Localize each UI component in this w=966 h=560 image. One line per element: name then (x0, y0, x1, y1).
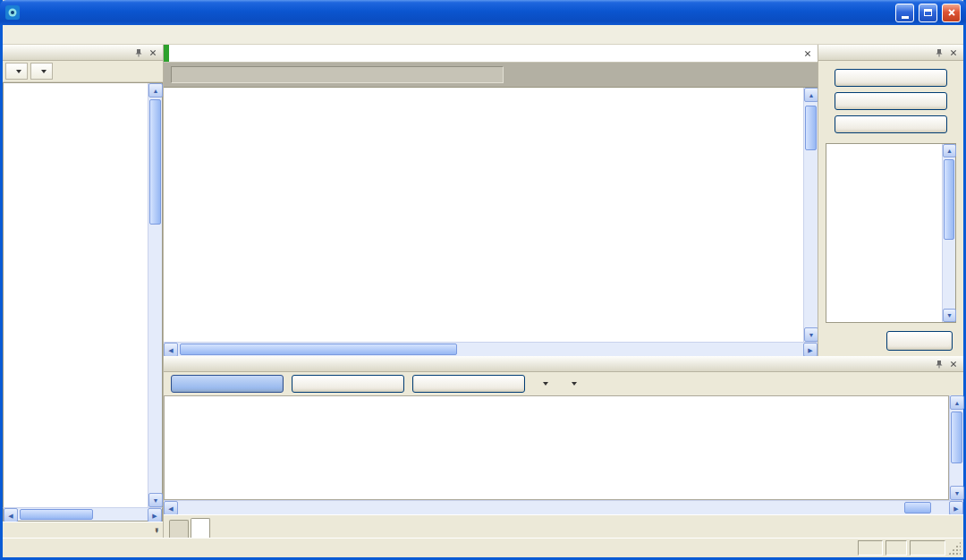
restore-default-button[interactable] (835, 69, 947, 87)
title-bar (0, 0, 966, 25)
pin-icon[interactable] (132, 47, 145, 59)
scroll-thumb[interactable] (904, 502, 931, 513)
group-by-bar[interactable] (164, 63, 818, 88)
scroll-up-button[interactable]: ▲ (148, 83, 163, 98)
scroll-thumb[interactable] (149, 99, 161, 225)
scroll-up-button[interactable]: ▲ (804, 88, 818, 102)
scroll-up-button[interactable]: ▲ (950, 395, 964, 410)
zoom-out-button[interactable] (412, 375, 525, 393)
green-status-stripe (164, 45, 169, 62)
database-tree-wrap: ▲ ▼ (3, 82, 163, 507)
timeline-toolbar (164, 372, 963, 395)
status-text (5, 540, 855, 556)
scroll-up-button[interactable]: ▲ (943, 144, 956, 157)
group-by-hint (171, 66, 504, 83)
grid-horizontal-scrollbar[interactable]: ◀ ▶ (164, 342, 818, 356)
tree-horizontal-scrollbar[interactable]: ◀ ▶ (3, 507, 163, 522)
scroll-track[interactable] (804, 102, 818, 327)
database-selection-filter-bar[interactable]: ▾▾ (3, 522, 163, 538)
agents-table (164, 88, 803, 342)
num-lock-indicator (910, 540, 945, 556)
tab-output[interactable] (169, 520, 189, 538)
zoom-in-button[interactable] (292, 375, 404, 393)
scroll-down-button[interactable]: ▼ (148, 493, 163, 507)
scroll-track[interactable] (148, 98, 162, 493)
agent-selector-button[interactable] (171, 375, 284, 393)
scroll-down-button[interactable]: ▼ (943, 309, 956, 322)
select-all-button[interactable] (835, 92, 947, 110)
scroll-track[interactable] (178, 343, 803, 356)
double-chevron-down-icon: ▾▾ (155, 527, 158, 533)
scroll-track[interactable] (18, 508, 148, 521)
chevron-down-icon (41, 70, 47, 73)
main-column: ▲ ▼ ◀ ▶ (164, 45, 963, 538)
status-cell-1 (858, 540, 883, 556)
scroll-thumb[interactable] (951, 412, 962, 463)
scroll-left-button[interactable]: ◀ (164, 501, 178, 515)
main-content: ▲ ▼ ◀ ▶ ▾▾ (3, 45, 963, 538)
agent-timeline-section: ▲ ▼ ◀ ▶ (164, 356, 963, 538)
scroll-thumb[interactable] (805, 106, 817, 150)
maximize-button[interactable] (919, 4, 937, 22)
fields-list (826, 144, 942, 322)
agents-grid-section: ▲ ▼ ◀ ▶ (164, 45, 818, 356)
tab-agent-timeline[interactable] (191, 518, 210, 538)
grid-data-composition-panel: ▲ ▼ (818, 45, 963, 356)
scroll-track[interactable] (943, 157, 955, 309)
close-icon (947, 8, 956, 17)
apply-button[interactable] (886, 331, 953, 351)
scroll-down-button[interactable]: ▼ (950, 486, 964, 500)
grid-vertical-scrollbar[interactable]: ▲ ▼ (803, 88, 818, 342)
timeline-body: ▲ ▼ (164, 395, 963, 500)
scroll-left-button[interactable]: ◀ (164, 343, 178, 357)
grid-and-composition-row: ▲ ▼ ◀ ▶ (164, 45, 963, 356)
database-tree (4, 83, 148, 507)
minimize-button[interactable] (895, 4, 914, 22)
pin-icon[interactable] (933, 358, 945, 370)
status-bar (3, 538, 963, 557)
databases-panel-header (3, 45, 163, 61)
fields-listbox: ▲ ▼ (826, 143, 956, 323)
info-bar-close-icon[interactable] (801, 47, 813, 59)
maximize-icon (924, 9, 932, 16)
fields-vertical-scrollbar[interactable]: ▲ ▼ (942, 144, 955, 322)
close-panel-icon[interactable] (147, 47, 159, 59)
scroll-thumb[interactable] (944, 159, 954, 240)
minimize-icon (902, 16, 909, 19)
scroll-right-button[interactable]: ▶ (148, 508, 162, 522)
scroll-right-button[interactable]: ▶ (949, 501, 963, 515)
search-mode-dropdown[interactable] (30, 63, 53, 80)
composition-panel-header (818, 45, 963, 61)
chevron-down-icon (543, 382, 548, 386)
close-panel-icon[interactable] (947, 47, 960, 59)
grid-rows (164, 106, 803, 342)
grid-header-row (164, 88, 803, 106)
database-filter-toolbar (3, 61, 163, 82)
close-button[interactable] (942, 4, 961, 22)
scroll-thumb[interactable] (20, 509, 93, 520)
grid-zone: ▲ ▼ ◀ ▶ (164, 88, 818, 356)
apply-row (818, 326, 963, 356)
agents-filter-dropdown[interactable] (562, 375, 582, 393)
scroll-thumb[interactable] (180, 344, 457, 355)
scroll-track[interactable] (950, 410, 963, 486)
timeline-panel-header (164, 356, 963, 372)
scroll-down-button[interactable]: ▼ (804, 327, 818, 342)
unselect-all-button[interactable] (835, 115, 947, 133)
timeline-vertical-scrollbar[interactable]: ▲ ▼ (949, 395, 963, 500)
menu-bar (3, 25, 963, 45)
scroll-right-button[interactable]: ▶ (803, 343, 818, 357)
status-cell-2 (886, 540, 907, 556)
scroll-track[interactable] (178, 501, 949, 514)
scroll-left-button[interactable]: ◀ (4, 508, 18, 522)
scheduled-filter-dropdown[interactable] (5, 63, 28, 80)
resize-grip[interactable] (948, 541, 961, 555)
databases-panel: ▲ ▼ ◀ ▶ ▾▾ (3, 45, 164, 538)
composition-buttons (818, 61, 963, 137)
bottom-tabs (164, 514, 963, 538)
close-panel-icon[interactable] (947, 358, 960, 370)
timeline-horizontal-scrollbar[interactable]: ◀ ▶ (164, 500, 963, 514)
pin-icon[interactable] (933, 47, 945, 59)
time-range-dropdown[interactable] (533, 375, 554, 393)
tree-vertical-scrollbar[interactable]: ▲ ▼ (148, 83, 162, 507)
